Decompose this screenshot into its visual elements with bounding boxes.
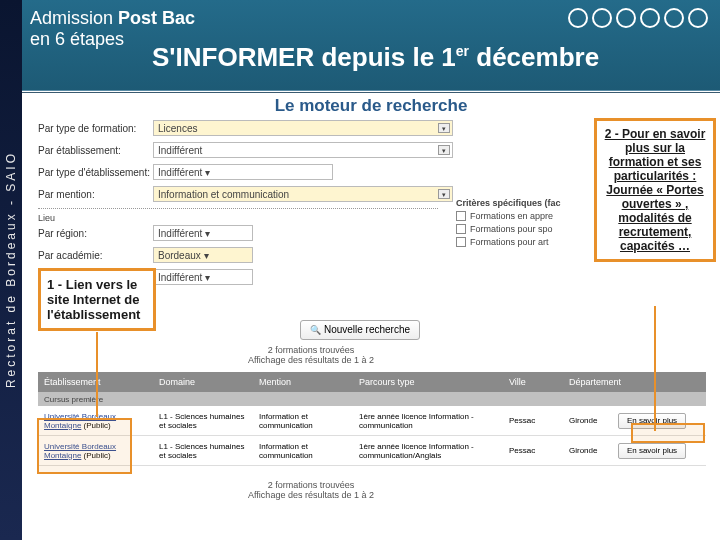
academie-select[interactable]: Bordeaux ▾ — [153, 247, 253, 263]
type-etab-select[interactable]: Indifférent ▾ — [153, 164, 333, 180]
checkbox[interactable] — [456, 237, 466, 247]
form-label: Par mention: — [38, 189, 153, 200]
callout-connector — [654, 306, 656, 431]
callout-2: 2 - Pour en savoir plus sur la formation… — [594, 118, 716, 262]
brand-line1: Admission — [30, 8, 113, 28]
region-select[interactable]: Indifférent ▾ — [153, 225, 253, 241]
results-count: 2 formations trouvées Affichage des résu… — [22, 345, 600, 365]
search-form: Par type de formation: Licences▾ Par éta… — [38, 120, 588, 291]
specific-criteria: Critères spécifiques (fac Formations en … — [456, 198, 586, 250]
departement-select[interactable]: Indifférent ▾ — [153, 269, 253, 285]
sidebar-text: Rectorat de Bordeaux - SAIO — [4, 151, 18, 388]
sidebar: Rectorat de Bordeaux - SAIO — [0, 0, 22, 540]
mention-select[interactable]: Information et communication▾ — [153, 186, 453, 202]
step-circle — [664, 8, 684, 28]
results-table: Établissement Domaine Mention Parcours t… — [38, 372, 706, 466]
divider — [22, 90, 720, 91]
specs-title: Critères spécifiques (fac — [456, 198, 586, 208]
step-circle — [568, 8, 588, 28]
table-row: Université Bordeaux Montaigne (Public) L… — [38, 406, 706, 436]
chevron-down-icon: ▾ — [438, 189, 450, 199]
brand-line1-bold: Post Bac — [118, 8, 195, 28]
brand-line2: en 6 étapes — [30, 29, 124, 49]
form-label: Par type de formation: — [38, 123, 153, 134]
table-row: Université Bordeaux Montaigne (Public) L… — [38, 436, 706, 466]
new-search-button[interactable]: Nouvelle recherche — [300, 320, 420, 340]
form-label: Par établissement: — [38, 145, 153, 156]
results-footer: 2 formations trouvées Affichage des résu… — [22, 480, 600, 500]
step-circle — [616, 8, 636, 28]
section-title: Le moteur de recherche — [22, 96, 720, 116]
callout-1: 1 - Lien vers le site Internet de l'étab… — [38, 268, 156, 331]
form-label: Par région: — [38, 228, 153, 239]
table-group: Cursus première — [38, 392, 706, 406]
step-indicator — [568, 8, 708, 28]
step-circle — [640, 8, 660, 28]
checkbox[interactable] — [456, 211, 466, 221]
table-header: Établissement Domaine Mention Parcours t… — [38, 372, 706, 392]
divider — [38, 208, 438, 209]
step-circle — [688, 8, 708, 28]
en-savoir-plus-button[interactable]: En savoir plus — [618, 443, 686, 459]
form-label: Par académie: — [38, 250, 153, 261]
chevron-down-icon: ▾ — [438, 123, 450, 133]
etablissement-select[interactable]: Indifférent▾ — [153, 142, 453, 158]
en-savoir-plus-button[interactable]: En savoir plus — [618, 413, 686, 429]
header-banner: Admission Post Bac en 6 étapes S'INFORME… — [22, 0, 720, 90]
chevron-down-icon: ▾ — [438, 145, 450, 155]
divider — [22, 92, 720, 93]
form-label: Par type d'établissement: — [38, 167, 153, 178]
checkbox[interactable] — [456, 224, 466, 234]
step-circle — [592, 8, 612, 28]
formation-type-select[interactable]: Licences▾ — [153, 120, 453, 136]
slide-title: S'INFORMER depuis le 1er décembre — [152, 42, 599, 73]
callout-connector — [96, 332, 98, 417]
